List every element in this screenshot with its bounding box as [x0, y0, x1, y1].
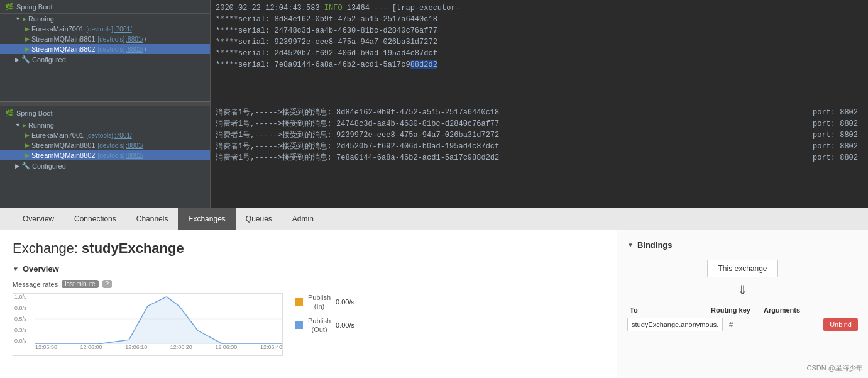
tree-configured-1[interactable]: ▶ 🔧 Configured: [0, 54, 210, 65]
log-line-msg-2: 消费者1号,----->接受到的消息: 24748c3d-aa4b-4630-8…: [216, 118, 863, 130]
binding-to-field[interactable]: [627, 318, 723, 331]
publish-out-row: Publish(Out) 0.00/s: [295, 316, 354, 335]
leaf-arrow-eureka-2: ▶: [25, 132, 30, 138]
tabs-bar: Overview Connections Channels Exchanges …: [0, 208, 868, 230]
log-line-1: 2020-02-22 12:04:43.583 INFO 13464 --- […: [216, 3, 863, 14]
tab-channels[interactable]: Channels: [126, 208, 179, 230]
message-rate-chart: 1.0/s 0.8/s 0.5/s 0.3/s 0.0/s: [13, 293, 283, 356]
leaf-arrow-8801-1: ▶: [25, 36, 30, 42]
panel-header-1: 🌿 Spring Boot: [0, 0, 210, 14]
message-rates-row: Message rates last minute ?: [13, 280, 604, 288]
tree-stream8801-2[interactable]: ▶ StreamMQMain8801 [devtools] :8801/: [0, 140, 210, 150]
bindings-arrow: ▼: [627, 242, 634, 248]
col-routing-header: Routing key: [708, 305, 759, 315]
watermark: CSDN @星海少年: [807, 364, 863, 373]
publish-in-label: Publish(In): [308, 293, 331, 311]
log-content-1: 2020-02-22 12:04:43.583 INFO 13464 --- […: [211, 0, 868, 104]
unbind-button[interactable]: Unbind: [823, 318, 858, 331]
log-panel-1: 2020-02-22 12:04:43.583 INFO 13464 --- […: [211, 0, 868, 104]
binding-row-1: # Unbind: [627, 318, 858, 331]
col-to-header: To: [627, 305, 706, 315]
tab-overview[interactable]: Overview: [13, 208, 64, 230]
tree-eureka-1[interactable]: ▶ EurekaMain7001 [devtools] :7001/: [0, 24, 210, 34]
log-line-4: *****serial: 9239972e-eee8-475a-94a7-026…: [216, 36, 863, 48]
message-rates-text: Message rates: [13, 281, 58, 288]
tree-configured-2[interactable]: ▶ 🔧 Configured: [0, 160, 210, 171]
tree-eureka-2[interactable]: ▶ EurekaMain7001 [devtools] :7001/: [0, 130, 210, 140]
panel-header-label-1: Spring Boot: [16, 3, 52, 11]
leaf-arrow-eureka-1: ▶: [25, 26, 30, 32]
overview-section-header[interactable]: ▼ Overview: [13, 264, 604, 274]
chart-svg-area: [35, 294, 282, 344]
log-line-msg-3: 消费者1号,----->接受到的消息: 9239972e-eee8-475a-9…: [216, 130, 863, 141]
spring-boot-panel-1: 🌿 Spring Boot ▼ ▶ Running ▶ EurekaMain70…: [0, 0, 210, 101]
exchange-left: Exchange: studyExchange ▼ Overview Messa…: [0, 230, 617, 378]
publish-stats: Publish(In) 0.00/s Publish(Out) 0.00/s: [295, 293, 354, 334]
spring-boot-panel-2: 🌿 Spring Boot ▼ ▶ Running ▶ EurekaMain70…: [0, 106, 210, 208]
log-line-msg-5: 消费者1号,----->接受到的消息: 7e8a0144-6a8a-46b2-a…: [216, 152, 863, 164]
log-line-6: *****serial: 7e8a0144-6a8a-46b2-acd1-5a1…: [216, 59, 863, 70]
spring-icon-1: 🌿: [5, 3, 14, 11]
svg-marker-5: [35, 297, 282, 344]
panel-header-2: 🌿 Spring Boot: [0, 106, 210, 120]
publish-in-value: 0.00/s: [336, 298, 354, 306]
expand-running-1: ▼: [15, 16, 21, 22]
log-line-5: *****serial: 2d4520b7-f692-406d-b0ad-195…: [216, 48, 863, 59]
log-panel-2: 消费者1号,----->接受到的消息: 8d84e162-0b9f-4752-a…: [211, 104, 868, 208]
exchange-title-prefix: Exchange:: [13, 240, 82, 256]
ide-section: 🌿 Spring Boot ▼ ▶ Running ▶ EurekaMain70…: [0, 0, 868, 208]
bindings-label: Bindings: [637, 240, 673, 250]
chart-and-stats: 1.0/s 0.8/s 0.5/s 0.3/s 0.0/s: [13, 293, 604, 356]
chart-y-labels: 1.0/s 0.8/s 0.5/s 0.3/s 0.0/s: [13, 294, 35, 344]
bindings-header: ▼ Bindings: [627, 240, 858, 250]
arrow-down: ⇓: [627, 282, 858, 297]
tree-running-1[interactable]: ▼ ▶ Running: [0, 14, 210, 24]
leaf-arrow-8802-1: ▶: [25, 46, 30, 52]
tree-stream8802-2[interactable]: ▶ StreamMQMain8802 [devtools] :8802/: [0, 150, 210, 160]
last-minute-badge: last minute: [62, 280, 98, 288]
col-arguments-header: Arguments: [761, 305, 811, 315]
publish-in-color: [295, 298, 303, 306]
help-badge[interactable]: ?: [102, 280, 113, 288]
log-line-2: *****serial: 8d84e162-0b9f-4752-a515-251…: [216, 14, 863, 25]
main-container: 🌿 Spring Boot ▼ ▶ Running ▶ EurekaMain70…: [0, 0, 868, 378]
col-action-header: [814, 305, 858, 315]
overview-arrow: ▼: [13, 265, 19, 272]
log-content-2: 消费者1号,----->接受到的消息: 8d84e162-0b9f-4752-a…: [211, 104, 868, 208]
running-dot-1: ▶: [23, 16, 26, 22]
panel-divider[interactable]: [0, 101, 210, 106]
log-line-msg-4: 消费者1号,----->接受到的消息: 2d4520b7-f692-406d-b…: [216, 141, 863, 152]
log-panels: 2020-02-22 12:04:43.583 INFO 13464 --- […: [211, 0, 868, 208]
this-exchange-button[interactable]: This exchange: [707, 260, 777, 277]
spring-icon-2: 🌿: [5, 109, 14, 117]
tab-connections[interactable]: Connections: [64, 208, 126, 230]
tree-stream8802-1[interactable]: ▶ StreamMQMain8802 [devtools] :8802/ /: [0, 44, 210, 54]
exchange-title: Exchange: studyExchange: [13, 240, 604, 257]
expand-configured-2: ▶: [15, 163, 19, 169]
log-line-3: *****serial: 24748c3d-aa4b-4630-81bc-d28…: [216, 25, 863, 36]
publish-out-value: 0.00/s: [336, 321, 354, 329]
publish-out-label: Publish(Out): [308, 316, 331, 335]
configured-icon-2: 🔧: [21, 162, 30, 170]
running-dot-2: ▶: [23, 123, 26, 128]
tree-running-2[interactable]: ▼ ▶ Running: [0, 120, 210, 130]
leaf-arrow-8802-2: ▶: [25, 152, 30, 158]
publish-in-row: Publish(In) 0.00/s: [295, 293, 354, 311]
tab-queues[interactable]: Queues: [236, 208, 282, 230]
sidebar: 🌿 Spring Boot ▼ ▶ Running ▶ EurekaMain70…: [0, 0, 211, 208]
log-line-msg-1: 消费者1号,----->接受到的消息: 8d84e162-0b9f-4752-a…: [216, 107, 863, 118]
configured-icon-1: 🔧: [21, 55, 30, 64]
exchange-right: ▼ Bindings This exchange ⇓ To Routing ke…: [617, 230, 868, 378]
rabbitmq-section: Overview Connections Channels Exchanges …: [0, 208, 868, 378]
publish-out-color: [295, 321, 303, 329]
tab-admin[interactable]: Admin: [282, 208, 324, 230]
tree-stream8801-1[interactable]: ▶ StreamMQMain8801 [devtools] :8801/ /: [0, 34, 210, 44]
chart-x-labels: 12:05:50 12:06:00 12:06:10 12:06:20 12:0…: [35, 344, 282, 355]
tab-exchanges[interactable]: Exchanges: [178, 208, 235, 230]
expand-running-2: ▼: [15, 122, 21, 128]
expand-configured-1: ▶: [15, 57, 19, 63]
leaf-arrow-8801-2: ▶: [25, 142, 30, 148]
binding-routing-key: #: [725, 318, 772, 331]
exchange-name: studyExchange: [82, 240, 184, 256]
binding-arguments: [774, 322, 821, 327]
